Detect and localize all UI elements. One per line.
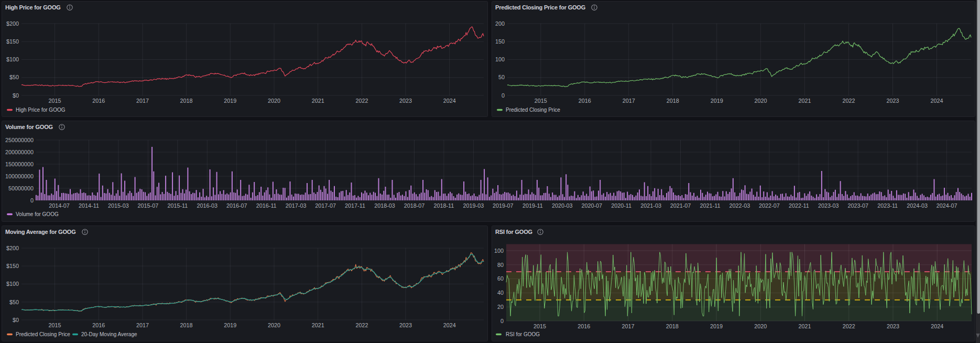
svg-text:2017-07: 2017-07 — [315, 202, 336, 209]
svg-text:2021: 2021 — [798, 323, 811, 329]
svg-text:2023-03: 2023-03 — [818, 202, 839, 209]
svg-text:2024-07: 2024-07 — [937, 202, 957, 209]
svg-text:80: 80 — [497, 262, 504, 268]
svg-text:2015-07: 2015-07 — [138, 202, 159, 209]
svg-text:2021: 2021 — [312, 98, 324, 104]
svg-text:2016: 2016 — [92, 322, 105, 328]
svg-text:2020-11: 2020-11 — [611, 202, 631, 209]
svg-text:2022: 2022 — [355, 322, 368, 328]
svg-text:2016-07: 2016-07 — [226, 202, 247, 209]
svg-text:2018: 2018 — [180, 98, 193, 104]
svg-text:2019: 2019 — [711, 98, 723, 104]
svg-text:2023-11: 2023-11 — [877, 202, 898, 209]
svg-text:2020-07: 2020-07 — [581, 202, 602, 209]
svg-text:200: 200 — [495, 20, 505, 27]
svg-text:2023: 2023 — [887, 323, 899, 329]
svg-text:2020: 2020 — [754, 323, 767, 329]
svg-text:2021-11: 2021-11 — [700, 202, 721, 209]
svg-text:2024: 2024 — [443, 98, 456, 104]
svg-text:$200: $200 — [6, 20, 19, 27]
svg-text:2017: 2017 — [622, 323, 634, 329]
svg-text:Volume for GOOG: Volume for GOOG — [5, 124, 53, 130]
svg-text:20-Day Moving Average: 20-Day Moving Average — [81, 331, 137, 337]
svg-text:2020-03: 2020-03 — [552, 202, 573, 209]
svg-text:0: 0 — [30, 197, 34, 203]
svg-text:2022: 2022 — [843, 323, 855, 329]
svg-text:150000000: 150000000 — [5, 161, 34, 167]
svg-text:2021: 2021 — [312, 322, 324, 328]
svg-text:Predicted Closing Price for GO: Predicted Closing Price for GOOG — [495, 4, 585, 10]
svg-text:2019: 2019 — [710, 323, 723, 329]
svg-text:2022-11: 2022-11 — [789, 202, 809, 209]
svg-text:2016-03: 2016-03 — [197, 202, 217, 209]
svg-text:2021-03: 2021-03 — [640, 202, 661, 209]
svg-text:100: 100 — [495, 56, 505, 62]
svg-text:250000000: 250000000 — [5, 137, 34, 143]
svg-text:2021-07: 2021-07 — [670, 202, 691, 209]
svg-text:2020: 2020 — [268, 322, 280, 328]
svg-text:Predicted Closing Price: Predicted Closing Price — [506, 107, 560, 113]
svg-text:2019-11: 2019-11 — [522, 202, 543, 209]
svg-text:$0: $0 — [13, 92, 19, 99]
svg-text:2018: 2018 — [667, 98, 679, 104]
svg-text:$50: $50 — [9, 299, 19, 305]
svg-text:2024-03: 2024-03 — [907, 202, 928, 209]
svg-text:RSI for GOOG: RSI for GOOG — [506, 331, 540, 337]
svg-text:2014-07: 2014-07 — [49, 202, 70, 209]
svg-text:20: 20 — [497, 304, 504, 310]
svg-text:High Price for GOOG: High Price for GOOG — [5, 4, 61, 10]
svg-text:100000000: 100000000 — [5, 173, 34, 179]
svg-text:2016: 2016 — [578, 323, 590, 329]
svg-text:0: 0 — [500, 318, 504, 324]
svg-text:2017: 2017 — [623, 98, 635, 104]
svg-text:2019: 2019 — [224, 98, 236, 104]
svg-text:2015-11: 2015-11 — [167, 202, 188, 209]
svg-text:40: 40 — [497, 290, 504, 296]
svg-text:150: 150 — [495, 38, 505, 45]
svg-text:2015: 2015 — [49, 322, 61, 328]
svg-text:2016: 2016 — [92, 98, 105, 104]
svg-text:$100: $100 — [6, 281, 19, 287]
svg-text:2016-11: 2016-11 — [256, 202, 277, 209]
svg-text:2023: 2023 — [399, 98, 412, 104]
svg-text:2020: 2020 — [268, 98, 280, 104]
svg-text:60: 60 — [497, 275, 504, 282]
svg-text:2022: 2022 — [843, 98, 855, 104]
svg-text:2022-07: 2022-07 — [759, 202, 780, 209]
svg-text:2018: 2018 — [666, 323, 679, 329]
svg-text:2018-07: 2018-07 — [404, 202, 425, 209]
svg-text:100: 100 — [494, 248, 504, 254]
svg-text:2019-03: 2019-03 — [463, 202, 484, 209]
svg-text:RSI for GOOG: RSI for GOOG — [495, 229, 532, 235]
svg-text:Predicted Closing Price: Predicted Closing Price — [16, 331, 70, 337]
svg-text:0: 0 — [502, 92, 505, 99]
svg-text:2023-07: 2023-07 — [847, 202, 868, 209]
svg-text:2023: 2023 — [399, 322, 412, 328]
svg-text:2018-03: 2018-03 — [374, 202, 395, 209]
svg-text:$100: $100 — [6, 56, 19, 62]
svg-text:Moving Average for GOOG: Moving Average for GOOG — [5, 229, 76, 235]
svg-text:2024: 2024 — [443, 322, 456, 328]
svg-text:2020: 2020 — [755, 98, 767, 104]
svg-text:$150: $150 — [6, 38, 19, 45]
svg-text:2018: 2018 — [180, 322, 193, 328]
svg-text:2019-07: 2019-07 — [493, 202, 514, 209]
svg-text:2019: 2019 — [224, 322, 236, 328]
svg-text:2024: 2024 — [930, 98, 943, 104]
svg-text:2015-03: 2015-03 — [108, 202, 129, 209]
svg-text:$200: $200 — [6, 245, 19, 251]
svg-text:2017: 2017 — [136, 98, 149, 104]
svg-text:High Price for GOOG: High Price for GOOG — [16, 107, 66, 113]
svg-text:2017-03: 2017-03 — [286, 202, 307, 209]
svg-text:$150: $150 — [6, 263, 19, 269]
svg-text:50000000: 50000000 — [8, 185, 34, 191]
svg-text:2023: 2023 — [886, 98, 899, 104]
svg-text:2021: 2021 — [799, 98, 811, 104]
svg-text:Volume for GOOG: Volume for GOOG — [16, 211, 59, 217]
svg-text:200000000: 200000000 — [5, 149, 34, 155]
svg-text:2017: 2017 — [136, 322, 149, 328]
svg-text:2016: 2016 — [579, 98, 591, 104]
svg-text:2017-11: 2017-11 — [345, 202, 365, 209]
svg-text:2014-11: 2014-11 — [79, 202, 99, 209]
svg-text:$50: $50 — [9, 74, 19, 80]
